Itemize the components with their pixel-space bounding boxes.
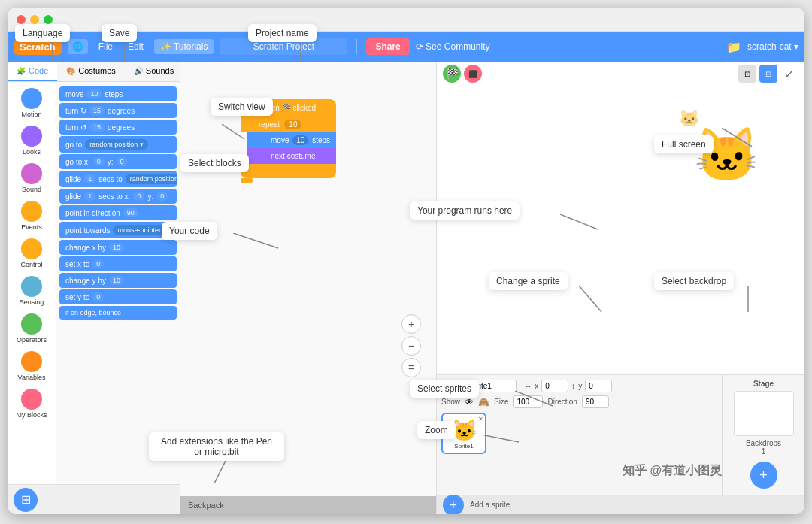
code-blocks-container: 🏁 when 🏁 clicked repeat 10 move 10 steps… [180,62,436,496]
close-button[interactable] [17,15,26,24]
add-extension-button[interactable]: ⊞ [14,488,38,512]
scratch-cat-sprite: 🐱 [694,124,759,186]
tabs-row: 🧩 Code 🎨 Costumes 🔊 Sounds [8,62,180,82]
backdrop-thumbnail [734,391,794,436]
category-variables[interactable]: Variables [17,348,47,384]
costume-block[interactable]: next costume [247,148,336,164]
blocks-list: move 10 steps turn ↻ 15 degrees turn ↺ 1… [56,82,180,484]
sprite-name-input[interactable] [464,380,517,392]
looks-dot [21,126,42,147]
code-area: 🏁 when 🏁 clicked repeat 10 move 10 steps… [180,62,436,514]
size-input[interactable] [513,395,543,408]
category-sound[interactable]: Sound [20,160,44,196]
show-eye-icon[interactable]: 👁 [465,397,474,407]
variables-label: Variables [18,374,46,381]
normal-stage-button[interactable]: ⊟ [759,65,777,83]
stage-area: 🏁 ⬛ ⊡ ⊟ ⤢ 🐱 🐱 Sprite [436,62,804,514]
block-set-x[interactable]: set x to 0 [59,256,177,271]
extension-bar: ⊞ [8,484,180,514]
x-input[interactable] [541,380,568,392]
code-block-stack[interactable]: 🏁 when 🏁 clicked repeat 10 move 10 steps… [241,99,336,183]
fullscreen-button[interactable]: ⤢ [780,65,798,83]
add-sprite-button[interactable]: + [443,495,464,515]
control-dot [21,238,42,259]
tab-code[interactable]: 🧩 Code [8,62,57,81]
sound-label: Sound [22,186,41,193]
block-turn-ccw[interactable]: turn ↺ 15 degrees [59,120,177,135]
show-label: Show [441,398,460,406]
category-control[interactable]: Control [19,235,44,271]
maximize-button[interactable] [44,15,53,24]
tutorials-button[interactable]: ✨ Tutorials [154,39,214,54]
category-myblocks[interactable]: My Blocks [14,386,48,422]
stop-button[interactable]: ⬛ [464,65,482,83]
repeat-end-block [241,164,336,178]
small-stage-button[interactable]: ⊡ [738,65,756,83]
block-goto-xy[interactable]: go to x: 0 y: 0 [59,154,177,169]
sprite-show-row: Show 👁 🙈 Size Direction [441,395,717,408]
backpack-bar[interactable]: Backpack [180,496,436,514]
folder-icon[interactable]: 📁 [726,40,741,54]
tab-sounds-label: Sounds [146,66,174,75]
category-events[interactable]: Events [20,198,44,234]
sprite-thumb-1[interactable]: ✕ 🐱 Sprite1 [441,413,486,454]
share-button[interactable]: Share [366,38,409,55]
green-flag-button[interactable]: 🏁 [443,65,461,83]
minimize-button[interactable] [30,15,39,24]
user-area[interactable]: scratch-cat ▾ [747,41,798,52]
tab-sounds[interactable]: 🔊 Sounds [125,62,183,81]
category-operators[interactable]: Operators [15,310,48,347]
flag-icon: 🏁 [250,104,259,112]
project-name-input[interactable] [220,38,347,55]
block-set-y[interactable]: set y to 0 [59,289,177,304]
events-dot [21,201,42,222]
block-move[interactable]: move 10 steps [59,86,177,101]
costumes-tab-icon: 🎨 [66,67,75,75]
sprite-info-row: Sprite ↔ x ↕ y [441,380,717,392]
move-block[interactable]: move 10 steps [247,132,336,148]
block-glide-xy[interactable]: glide 1 secs to x: 0 y: 0 [59,189,177,204]
repeat-block[interactable]: repeat 10 [241,117,336,132]
block-goto-random[interactable]: go to random position ▾ [59,136,177,153]
sounds-tab-icon: 🔊 [134,67,143,75]
sprite-thumb-1-close[interactable]: ✕ [478,416,483,423]
operators-label: Operators [17,336,47,344]
size-label: Size [494,398,508,406]
repeat-value[interactable]: 10 [284,120,301,129]
block-change-y[interactable]: change y by 10 [59,273,177,288]
hat-block[interactable]: 🏁 when 🏁 clicked [241,99,336,117]
add-backdrop-button[interactable]: + [750,462,777,489]
tab-costumes[interactable]: 🎨 Costumes [57,62,125,81]
looks-label: Looks [23,148,41,156]
y-input[interactable] [585,380,612,392]
main-layout: 🧩 Code 🎨 Costumes 🔊 Sounds Motion [8,62,804,514]
edit-menu[interactable]: Edit [123,39,148,54]
hide-eye-icon[interactable]: 🙈 [478,397,489,407]
myblocks-dot [21,389,42,410]
stage-controls: 🏁 ⬛ ⊡ ⊟ ⤢ [437,62,804,86]
block-point-towards[interactable]: point towards mouse-pointer ▾ [59,222,177,238]
traffic-lights [17,15,53,24]
block-point-direction[interactable]: point in direction 90 [59,205,177,220]
block-connector [241,178,253,183]
block-turn-cw[interactable]: turn ↻ 15 degrees [59,103,177,118]
see-community-link[interactable]: ⟳ See Community [416,41,490,52]
category-sensing[interactable]: Sensing [18,273,46,309]
y-label: y [578,382,582,390]
sensing-dot [21,276,42,297]
block-glide-random[interactable]: glide 1 secs to random position ▾ [59,171,177,187]
stage-canvas: 🐱 🐱 [437,86,804,374]
backdrops-label: Backdrops [746,439,781,447]
sprite-thumb-1-emoji: 🐱 [451,418,477,443]
block-change-x[interactable]: change x by 10 [59,240,177,255]
block-if-edge[interactable]: if on edge, bounce [59,306,177,320]
sprite-label: Sprite [441,382,461,390]
file-menu[interactable]: File [94,39,117,54]
sound-dot [21,163,42,184]
add-sprite-bar: + Add a sprite [437,495,804,514]
category-looks[interactable]: Looks [20,123,44,159]
operators-dot [21,313,42,335]
direction-input[interactable] [582,395,609,408]
category-motion[interactable]: Motion [20,85,44,121]
language-button[interactable]: 🌐 [68,39,88,54]
